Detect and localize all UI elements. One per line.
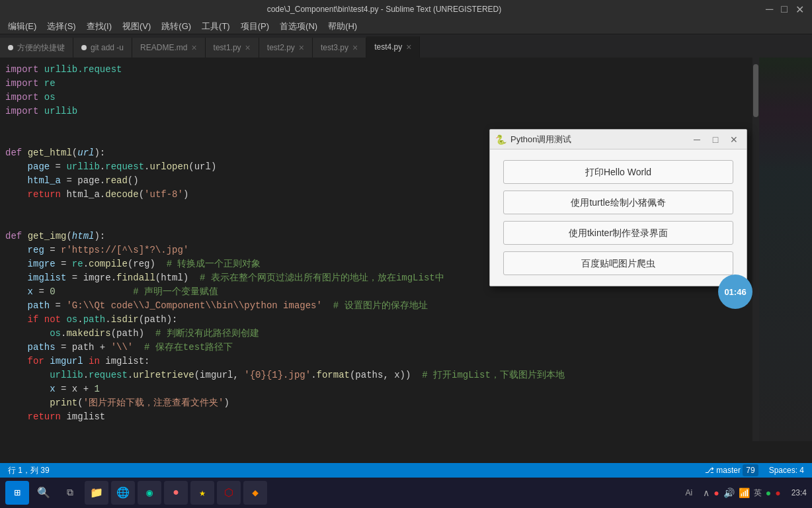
tab-label: test2.py (267, 43, 295, 52)
tray-icon-5: ● (775, 487, 780, 498)
code-line-25: print('图片开始下载，注意查看文件夹') (5, 396, 812, 410)
code-line-4: import urllib (5, 105, 812, 118)
code-line-22: for imgurl in imglist: (5, 355, 812, 368)
dialog-button-2[interactable]: 使用turtle绘制小猪佩奇 (503, 190, 733, 214)
search-button[interactable]: 🔍 (32, 481, 56, 505)
tab-close-icon[interactable]: × (406, 42, 411, 52)
tray-icon-2: 🔊 (723, 487, 735, 498)
app3-icon: ◉ (146, 486, 153, 499)
minimap (759, 58, 812, 441)
dialog-close-button[interactable]: ✕ (727, 132, 741, 147)
tab-label: git add -u (91, 43, 124, 52)
dialog-button-3[interactable]: 使用tkinter制作登录界面 (503, 221, 733, 245)
menu-view[interactable]: 视图(V) (117, 19, 156, 34)
clock-widget: 01:46 (718, 275, 752, 309)
menu-goto[interactable]: 跳转(G) (156, 19, 196, 34)
menu-prefs[interactable]: 首选项(N) (274, 19, 323, 34)
title-text: code\J_Component\bin\test4.py - Sublime … (5, 5, 763, 14)
app6-icon: ⬡ (224, 486, 233, 499)
menu-help[interactable]: 帮助(H) (323, 19, 362, 34)
tray-icon-1: ● (713, 487, 719, 498)
lang-indicator: 英 (754, 487, 762, 499)
status-git: ⎇ master 79 (705, 466, 758, 475)
tab-close-icon[interactable]: × (191, 43, 196, 52)
dialog-maximize-button[interactable]: □ (708, 132, 723, 147)
window-controls[interactable]: ─ □ ✕ (763, 3, 807, 16)
chevron-up-icon[interactable]: ∧ (703, 487, 710, 498)
tab-close-icon[interactable]: × (299, 43, 304, 52)
tab-shortcuts[interactable]: 方便的快捷键 (0, 38, 73, 58)
code-line-19: if not os.path.isdir(path): (5, 313, 812, 327)
app7-icon: ◆ (252, 486, 259, 499)
tab-label: test4.py (374, 42, 402, 52)
status-bar: 行 1，列 39 ⎇ master 79 Spaces: 4 (0, 463, 812, 478)
tab-label: test3.py (321, 43, 348, 52)
task-view-button[interactable]: ⧉ (58, 481, 82, 505)
code-line-3: import os (5, 91, 812, 105)
taskbar-app7[interactable]: ◆ (243, 481, 267, 505)
status-right: ⎇ master 79 Spaces: 4 (705, 466, 804, 475)
clock-display[interactable]: 23:4 (792, 487, 807, 499)
tab-test3[interactable]: test3.py × (313, 38, 366, 58)
tab-dot (81, 45, 87, 50)
menu-project[interactable]: 项目(P) (235, 19, 274, 34)
dialog-title: Python调用测试 (510, 134, 686, 146)
code-line-21: paths = path + '\\' # 保存在test路径下 (5, 341, 812, 355)
tab-test2[interactable]: test2.py × (259, 38, 313, 58)
menu-select[interactable]: 选择(S) (42, 19, 81, 34)
dialog-body: 打印Hello World 使用turtle绘制小猪佩奇 使用tkinter制作… (490, 149, 747, 286)
dialog-icon: 🐍 (495, 134, 507, 145)
code-line-26: return imglist (5, 410, 812, 424)
menu-tools[interactable]: 工具(T) (196, 19, 235, 34)
taskbar-app3[interactable]: ◉ (138, 481, 161, 505)
code-line-17: x = 0 # 声明一个变量赋值 (5, 285, 812, 299)
folder-icon: 📁 (90, 486, 103, 499)
tab-test1[interactable]: test1.py × (206, 38, 259, 58)
start-button[interactable]: ⊞ (5, 481, 29, 505)
taskbar-app5[interactable]: ★ (190, 481, 214, 505)
tab-dot (8, 45, 13, 50)
minimize-button[interactable]: ─ (763, 3, 776, 16)
git-count: 79 (743, 464, 758, 476)
taskbar-time: 23:4 (792, 487, 807, 499)
code-line-18: path = 'G:\\Qt code\\J_Component\\bin\\p… (5, 299, 812, 313)
taskbar-file-explorer[interactable]: 📁 (85, 481, 108, 505)
taskview-icon: ⧉ (67, 487, 73, 498)
ai-label: Ai (686, 488, 693, 497)
dialog-title-bar: 🐍 Python调用测试 ─ □ ✕ (490, 130, 747, 149)
taskbar-chrome[interactable]: 🌐 (111, 481, 135, 505)
tab-readme[interactable]: README.md × (132, 38, 206, 58)
tab-gitadd[interactable]: git add -u (73, 38, 132, 58)
tab-close-icon[interactable]: × (245, 43, 251, 52)
close-button[interactable]: ✕ (793, 3, 807, 16)
maximize-button[interactable]: □ (778, 3, 790, 16)
code-line-24: x = x + 1 (5, 382, 812, 396)
dialog-button-1[interactable]: 打印Hello World (503, 160, 733, 184)
code-line-23: urllib.request.urlretrieve(imgurl, '{0}{… (5, 368, 812, 382)
tray-icon-4: ● (766, 487, 771, 498)
clock-time: 01:46 (724, 287, 746, 297)
tab-label: 方便的快捷键 (17, 42, 65, 54)
tab-close-icon[interactable]: × (352, 43, 358, 52)
tab-label: test1.py (214, 43, 241, 52)
chrome-icon: 🌐 (116, 486, 130, 499)
dialog-button-4[interactable]: 百度贴吧图片爬虫 (503, 251, 733, 275)
dialog-minimize-button[interactable]: ─ (690, 132, 704, 147)
python-dialog: 🐍 Python调用测试 ─ □ ✕ 打印Hello World 使用turtl… (489, 129, 747, 286)
code-line-1: import urllib.request (5, 63, 812, 77)
menu-find[interactable]: 查找(I) (81, 19, 117, 34)
tray-icon-3: 📶 (739, 487, 750, 498)
taskbar-app4[interactable]: ● (164, 481, 188, 505)
tab-test4[interactable]: test4.py × (366, 36, 420, 58)
taskbar-app6[interactable]: ⬡ (217, 481, 241, 505)
tab-bar: 方便的快捷键 git add -u README.md × test1.py ×… (0, 34, 812, 58)
status-spaces: Spaces: 4 (769, 466, 804, 475)
menu-edit[interactable]: 编辑(E) (3, 19, 42, 34)
menu-bar: 编辑(E) 选择(S) 查找(I) 视图(V) 跳转(G) 工具(T) 项目(P… (0, 19, 812, 34)
status-position: 行 1，列 39 (8, 465, 705, 476)
scrollbar[interactable] (752, 58, 759, 441)
taskbar-right: Ai ∧ ● 🔊 📶 英 ● ● 23:4 (686, 487, 807, 499)
tab-label: README.md (140, 43, 187, 52)
scrollbar-thumb[interactable] (753, 64, 758, 117)
minimap-preview (759, 58, 812, 441)
